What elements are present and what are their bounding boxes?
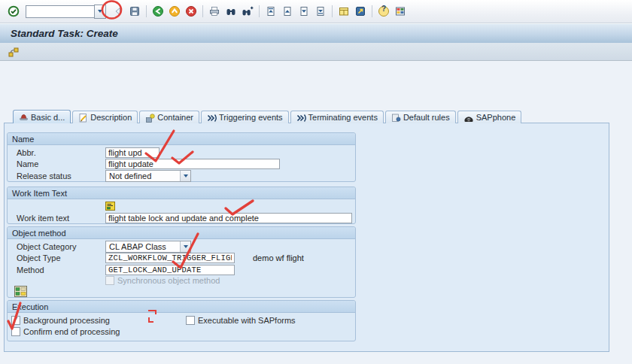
executable-with-sapforms-label: Executable with SAPforms: [198, 316, 296, 325]
basic-data-icon: [19, 112, 29, 122]
terminating-events-icon: [296, 113, 306, 123]
synchronous-object-method-checkbox: [105, 276, 114, 285]
triggering-events-icon: [207, 113, 217, 123]
print-icon[interactable]: [207, 4, 222, 19]
binding-editor-icon[interactable]: [14, 286, 27, 299]
object-type-note: demo wf flight: [253, 253, 304, 262]
enter-icon[interactable]: [6, 4, 21, 19]
synchronous-object-method-label: Synchronous object method: [117, 276, 220, 285]
insert-variable-icon[interactable]: [105, 202, 115, 212]
toolbar-separator: [372, 5, 372, 17]
previous-page-icon[interactable]: [280, 4, 295, 19]
abbr-input[interactable]: [105, 147, 160, 158]
command-dropdown-icon[interactable]: [94, 5, 106, 19]
tab-description[interactable]: Description: [72, 111, 138, 123]
page-title: Standard Task: Create: [11, 28, 118, 39]
sap-window: ? Standard Task: Create Standard task fl…: [0, 0, 632, 364]
release-status-value: Not defined: [106, 171, 180, 181]
help-icon[interactable]: ?: [376, 4, 391, 19]
find-icon[interactable]: [223, 4, 239, 19]
method-label: Method: [17, 265, 105, 275]
tab-triggering-events[interactable]: Triggering events: [201, 111, 289, 123]
object-method-group-title: Object method: [8, 227, 355, 239]
object-category-dropdown[interactable]: CL ABAP Class: [105, 241, 191, 253]
application-toolbar: [0, 43, 632, 61]
object-type-input[interactable]: [105, 253, 235, 263]
tab-label: Triggering events: [219, 113, 283, 122]
exit-icon[interactable]: [167, 4, 182, 19]
toolbar-separator: [332, 5, 333, 17]
title-bar: Standard Task: Create: [0, 23, 632, 43]
release-status-label: Release status: [17, 171, 105, 180]
tab-terminating-events[interactable]: Terminating events: [290, 111, 384, 123]
background-processing-checkbox[interactable]: [11, 316, 20, 325]
toolbar-separator: [202, 5, 203, 17]
next-page-icon[interactable]: [296, 4, 311, 19]
basic-data-panel: Name Abbr. Name Release status Not defin…: [4, 123, 609, 352]
tab-label: Terminating events: [308, 113, 378, 122]
object-type-label: Object Type: [17, 253, 105, 262]
find-next-icon[interactable]: [240, 4, 255, 19]
task-name-input[interactable]: [105, 159, 280, 169]
name-group: Name Abbr. Name Release status Not defin…: [7, 132, 356, 182]
work-item-text-group: Work Item Text Work item text: [7, 187, 356, 224]
tab-label: SAPphone: [476, 113, 516, 122]
shortcut-icon[interactable]: [353, 4, 368, 19]
chevron-down-icon: [180, 241, 190, 252]
tab-label: Basic d...: [31, 113, 65, 122]
confirm-end-of-processing-label: Confirm end of processing: [23, 327, 120, 336]
save-icon[interactable]: [127, 4, 142, 19]
work-item-text-input[interactable]: [105, 213, 352, 223]
container-icon: [145, 113, 155, 123]
sapphone-icon: [463, 113, 474, 123]
execution-group: Execution Background processing Executab…: [7, 300, 356, 341]
new-session-icon[interactable]: [336, 4, 351, 19]
tab-label: Default rules: [403, 113, 450, 122]
command-field-wrap: [26, 5, 106, 19]
tab-container[interactable]: Container: [139, 111, 199, 123]
toolbar-separator: [259, 5, 260, 17]
back-icon[interactable]: [150, 4, 166, 19]
object-category-value: CL ABAP Class: [106, 241, 180, 252]
cancel-icon[interactable]: [184, 4, 199, 19]
tab-label: Container: [157, 113, 193, 122]
tab-strip: Basic d... Description Container Trigger…: [4, 111, 609, 123]
default-rules-icon: [391, 113, 401, 123]
work-item-text-group-title: Work Item Text: [8, 187, 355, 199]
tab-sapphone[interactable]: SAPphone: [457, 111, 522, 123]
help-glyph: ?: [376, 5, 391, 13]
standard-toolbar: ?: [0, 0, 632, 23]
tab-default-rules[interactable]: Default rules: [385, 111, 456, 123]
release-status-dropdown[interactable]: Not defined: [105, 170, 191, 182]
background-processing-label: Background processing: [23, 316, 110, 325]
execution-group-title: Execution: [8, 301, 355, 313]
method-input[interactable]: [105, 265, 235, 275]
customize-layout-icon[interactable]: [393, 4, 408, 19]
work-item-text-label: Work item text: [17, 214, 105, 223]
collapse-command-icon[interactable]: [111, 4, 126, 19]
command-field[interactable]: [26, 5, 94, 18]
tab-label: Description: [90, 113, 132, 122]
object-method-group: Object method Object Category CL ABAP Cl…: [7, 226, 356, 298]
first-page-icon[interactable]: [263, 4, 278, 19]
confirm-end-of-processing-checkbox[interactable]: [11, 327, 20, 336]
agent-assignment-icon[interactable]: [6, 44, 21, 59]
task-name-label: Name: [17, 159, 105, 168]
last-page-icon[interactable]: [313, 4, 328, 19]
abbr-label: Abbr.: [17, 148, 105, 157]
executable-with-sapforms-checkbox[interactable]: [186, 316, 195, 325]
object-category-label: Object Category: [17, 242, 105, 251]
header-form: Standard task flight upd Name flight upd…: [0, 61, 632, 111]
tab-basic-data[interactable]: Basic d...: [13, 110, 71, 123]
toolbar-separator: [146, 5, 147, 17]
name-group-title: Name: [8, 133, 355, 145]
chevron-down-icon: [180, 171, 190, 181]
description-icon: [78, 113, 88, 123]
